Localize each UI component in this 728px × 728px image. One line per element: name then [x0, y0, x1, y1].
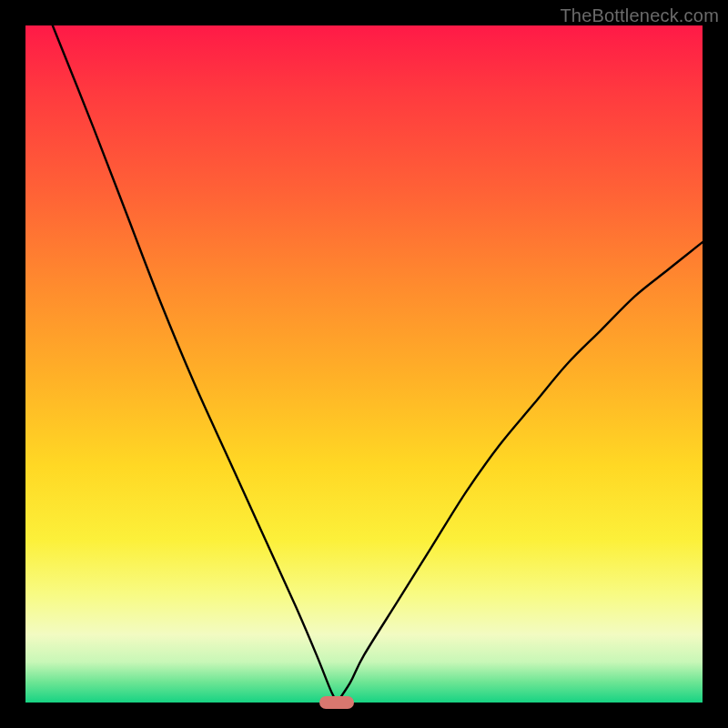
watermark-text: TheBottleneck.com [560, 5, 719, 26]
curve-left-segment [53, 25, 337, 703]
optimal-marker [319, 696, 354, 709]
bottleneck-curve [25, 25, 703, 703]
curve-right-segment [337, 242, 703, 703]
outer-frame: TheBottleneck.com [0, 0, 728, 728]
plot-area [25, 25, 703, 703]
